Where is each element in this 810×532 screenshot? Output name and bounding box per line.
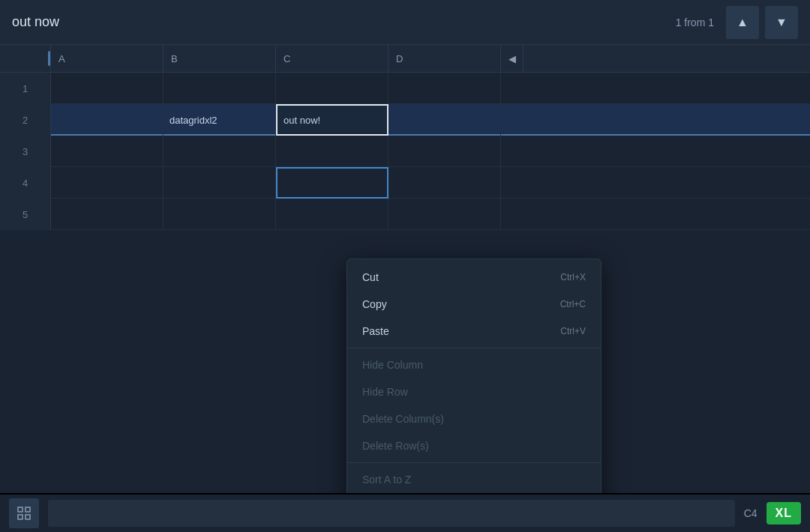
table-row: 3 bbox=[0, 136, 810, 167]
cell-c4[interactable] bbox=[276, 167, 388, 199]
cell-a3[interactable] bbox=[51, 136, 164, 167]
svg-rect-3 bbox=[26, 515, 30, 519]
cell-d5[interactable] bbox=[388, 199, 501, 230]
row-number: 3 bbox=[0, 136, 51, 167]
grid: A B C D ◀ 1 2 bbox=[0, 45, 810, 230]
result-count: 1 from 1 bbox=[676, 16, 714, 28]
menu-separator-2 bbox=[347, 462, 601, 463]
cell-d1[interactable] bbox=[388, 73, 501, 104]
col-header-c[interactable]: C bbox=[276, 45, 388, 72]
menu-item-hide-column: Hide Column bbox=[347, 351, 601, 378]
spreadsheet-area: A B C D ◀ 1 2 bbox=[0, 45, 810, 493]
row-number: 1 bbox=[0, 73, 51, 104]
table-row: 2 datagridxl2 out now! bbox=[0, 104, 810, 136]
bottom-bar: C4 XL bbox=[0, 493, 810, 532]
row-num-header bbox=[0, 45, 51, 72]
menu-item-delete-rows: Delete Row(s) bbox=[347, 432, 601, 459]
cell-a5[interactable] bbox=[51, 199, 164, 230]
cell-b4[interactable] bbox=[164, 167, 276, 199]
nav-down-button[interactable]: ▼ bbox=[765, 6, 798, 39]
col-header-a[interactable]: A bbox=[51, 45, 164, 72]
svg-rect-1 bbox=[26, 507, 30, 512]
menu-item-sort-az: Sort A to Z bbox=[347, 466, 601, 493]
context-menu: Cut Ctrl+X Copy Ctrl+C Paste Ctrl+V Hide… bbox=[346, 259, 602, 493]
header-bar: out now 1 from 1 ▲ ▼ bbox=[0, 0, 810, 45]
menu-item-copy[interactable]: Copy Ctrl+C bbox=[347, 291, 601, 318]
table-row: 5 bbox=[0, 199, 810, 230]
table-row: 1 bbox=[0, 73, 810, 104]
cell-c3[interactable] bbox=[276, 136, 388, 167]
menu-item-hide-row: Hide Row bbox=[347, 378, 601, 405]
cell-a1[interactable] bbox=[51, 73, 164, 104]
menu-item-delete-columns: Delete Column(s) bbox=[347, 405, 601, 432]
cell-c5[interactable] bbox=[276, 199, 388, 230]
col-header-b[interactable]: B bbox=[164, 45, 276, 72]
cell-b3[interactable] bbox=[164, 136, 276, 167]
col-header-expand[interactable]: ◀ bbox=[501, 45, 524, 72]
row-number: 4 bbox=[0, 167, 51, 199]
table-row: 4 bbox=[0, 167, 810, 199]
cell-b2[interactable]: datagridxl2 bbox=[164, 104, 276, 136]
cell-reference: C4 bbox=[744, 507, 758, 519]
cell-d2[interactable] bbox=[388, 104, 501, 136]
row-number: 5 bbox=[0, 199, 51, 230]
cell-c2[interactable]: out now! bbox=[276, 104, 388, 136]
svg-rect-0 bbox=[18, 507, 22, 512]
header-controls: 1 from 1 ▲ ▼ bbox=[676, 6, 798, 39]
menu-separator bbox=[347, 348, 601, 348]
search-title: out now bbox=[12, 14, 59, 30]
cell-c1[interactable] bbox=[276, 73, 388, 104]
row-number: 2 bbox=[0, 104, 51, 136]
xl-badge: XL bbox=[766, 502, 801, 525]
column-headers: A B C D ◀ bbox=[0, 45, 810, 73]
cell-b1[interactable] bbox=[164, 73, 276, 104]
menu-item-cut[interactable]: Cut Ctrl+X bbox=[347, 264, 601, 291]
cell-a4[interactable] bbox=[51, 167, 164, 199]
cell-d4[interactable] bbox=[388, 167, 501, 199]
menu-item-paste[interactable]: Paste Ctrl+V bbox=[347, 318, 601, 345]
col-header-d[interactable]: D bbox=[388, 45, 501, 72]
cell-b5[interactable] bbox=[164, 199, 276, 230]
expand-button[interactable] bbox=[9, 498, 39, 528]
formula-bar[interactable] bbox=[48, 500, 735, 527]
svg-rect-2 bbox=[18, 515, 22, 519]
cell-a2[interactable] bbox=[51, 104, 164, 136]
nav-up-button[interactable]: ▲ bbox=[726, 6, 759, 39]
cell-d3[interactable] bbox=[388, 136, 501, 167]
